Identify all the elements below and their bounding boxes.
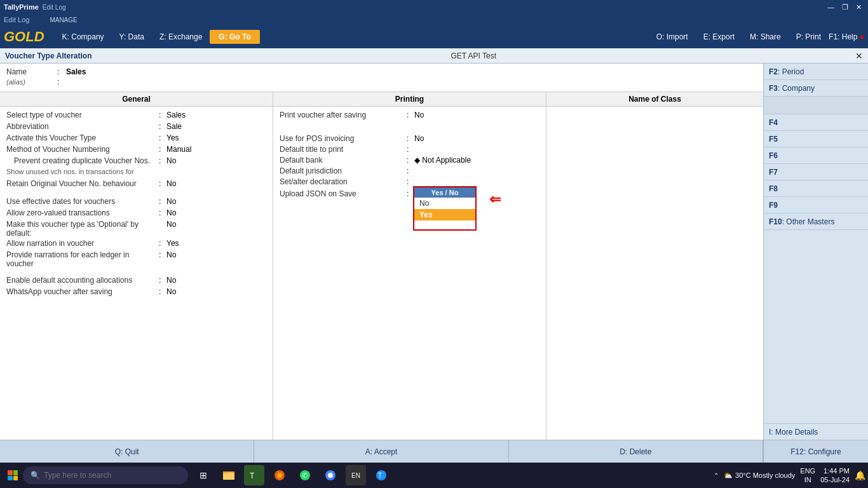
messenger-icon[interactable]: ✆: [295, 465, 315, 485]
field-optional: Make this voucher type as 'Optional' by …: [6, 220, 266, 238]
alias-row: (alias) :: [6, 78, 757, 86]
restore-button[interactable]: ❐: [839, 3, 851, 11]
weather-text: 30°C Mostly cloudy: [735, 471, 795, 479]
field-default-title: Default title to print :: [280, 145, 539, 154]
svg-text:EN: EN: [351, 472, 360, 479]
lang-text: ENG: [800, 466, 815, 475]
goto-btn[interactable]: G: Go To: [210, 30, 259, 44]
right-sidebar: F2: Period F3: Company F4 F5 F6 F7 F8 F9…: [763, 64, 868, 440]
field-narration: Allow narration in voucher : Yes: [6, 239, 266, 249]
field-narrations-ledger: Provide narrations for each ledger in vo…: [6, 250, 266, 268]
time-info: 1:44 PM 05-Jul-24: [820, 466, 850, 485]
field-accounting: Enable default accounting allocations : …: [6, 276, 266, 286]
svg-point-5: [277, 473, 282, 478]
svg-rect-2: [223, 471, 228, 473]
import-nav[interactable]: O: Import: [649, 30, 696, 44]
search-input[interactable]: [44, 471, 158, 480]
gold-label: GOLD: [4, 29, 44, 45]
firefox-icon[interactable]: [269, 465, 290, 485]
search-icon: 🔍: [31, 471, 40, 480]
field-activate: Activate this Voucher Type : Yes: [6, 133, 266, 144]
menu-edit-log[interactable]: Edit Log: [4, 16, 29, 24]
name-field-value[interactable]: Sales: [66, 67, 86, 76]
minimize-button[interactable]: —: [825, 3, 837, 11]
close-form-button[interactable]: ✕: [855, 51, 863, 61]
export-nav[interactable]: E: Export: [696, 30, 742, 44]
app-title: TallyPrime: [4, 3, 39, 11]
taskbar-search-box[interactable]: 🔍: [23, 466, 188, 484]
print-nav[interactable]: P: Print: [789, 30, 829, 44]
dropdown-empty: [414, 220, 475, 229]
menu-bar: Edit Log MANAGE: [0, 14, 868, 25]
sub-header: Voucher Type Alteration GET API Test ✕: [0, 48, 868, 64]
title-controls: — ❐ ✕: [825, 3, 864, 11]
app-subtitle: Edit Log: [43, 4, 66, 11]
company-nav[interactable]: K: Company: [55, 30, 112, 44]
sidebar-f6[interactable]: F6: [764, 147, 868, 164]
sidebar-f3[interactable]: F3: Company: [764, 80, 868, 97]
field-show-unused: Show unused vch nos. in transactions for: [6, 168, 266, 178]
field-pos-invoicing: Use for POS invoicing : No: [280, 134, 539, 143]
sidebar-f10[interactable]: F10: Other Masters: [764, 214, 868, 230]
col-general: General Select type of voucher : Sales A…: [0, 92, 273, 440]
title-bar: TallyPrime Edit Log — ❐ ✕: [0, 0, 868, 14]
weather-icon: ⛅: [724, 471, 733, 480]
action-bar: Q: Quit A: Accept D: Delete F12: Configu…: [0, 440, 868, 463]
app2-icon[interactable]: EN: [346, 465, 366, 485]
share-nav[interactable]: M: Share: [742, 30, 789, 44]
delete-button[interactable]: D: Delete: [509, 440, 763, 463]
sidebar-f2[interactable]: F2: Period: [764, 64, 868, 80]
exchange-nav[interactable]: Z: Exchange: [152, 30, 210, 44]
sidebar-f8[interactable]: F8: [764, 180, 868, 197]
svg-text:✆: ✆: [302, 471, 308, 479]
name-field-label: Name: [6, 67, 57, 76]
form-title: Voucher Type Alteration: [5, 51, 92, 60]
quit-button[interactable]: Q: Quit: [0, 440, 254, 463]
time-text: 1:44 PM: [820, 466, 850, 475]
sidebar-f5[interactable]: F5: [764, 131, 868, 147]
col-class: Name of Class: [546, 92, 763, 440]
help-nav[interactable]: F1: Help ●: [829, 32, 864, 41]
sidebar-f2-label: F2: Period: [769, 67, 804, 76]
dropdown-option-yes[interactable]: Yes: [414, 209, 475, 220]
general-header: General: [0, 92, 273, 107]
field-jurisdiction: Default jurisdiction :: [280, 166, 539, 175]
accept-button[interactable]: A: Accept: [254, 440, 508, 463]
title-bar-left: TallyPrime Edit Log: [4, 3, 66, 11]
chrome-icon[interactable]: [320, 465, 341, 485]
sidebar-f7[interactable]: F7: [764, 164, 868, 180]
taskbar-right: ⌃ ⛅ 30°C Mostly cloudy ENG IN 1:44 PM 05…: [714, 466, 865, 485]
field-retain-original: Retain Original Voucher No. behaviour : …: [6, 179, 266, 189]
svg-point-9: [328, 473, 333, 478]
task-view-icon[interactable]: ⊞: [193, 465, 214, 485]
system-tray: ⌃: [714, 472, 719, 479]
sidebar-f9[interactable]: F9: [764, 197, 868, 214]
alias-field-label: (alias): [6, 78, 57, 86]
sidebar-more-label: I: More Details: [769, 428, 818, 437]
field-numbering: Method of Voucher Numbering : Manual: [6, 145, 266, 155]
notification-icon[interactable]: 🔔: [855, 470, 865, 480]
taskbar: 🔍 ⊞ T ✆ EN T ⌃ ⛅ 30°C M: [0, 463, 868, 488]
dropdown-option-no[interactable]: No: [414, 198, 475, 209]
file-manager-icon[interactable]: [219, 465, 239, 485]
svg-text:T: T: [250, 471, 255, 480]
app1-icon[interactable]: T: [244, 465, 264, 485]
field-effective-dates: Use effective dates for vouchers : No: [6, 197, 266, 207]
api-title: GET API Test: [451, 51, 496, 60]
field-voucher-type: Select type of voucher : Sales: [6, 111, 266, 121]
class-header: Name of Class: [546, 92, 763, 107]
field-zero-valued: Allow zero-valued transactions : No: [6, 208, 266, 219]
close-button[interactable]: ✕: [853, 3, 864, 11]
sidebar-f5-label: F5: [769, 135, 778, 144]
start-button[interactable]: [3, 468, 23, 483]
app3-icon[interactable]: T: [371, 465, 391, 485]
field-abbreviation: Abbreviation : Sale: [6, 122, 266, 132]
printing-content: Print voucher after saving : No Use for …: [273, 107, 546, 205]
data-nav[interactable]: Y: Data: [112, 30, 152, 44]
tray-arrow[interactable]: ⌃: [714, 472, 719, 479]
general-content: Select type of voucher : Sales Abbreviat…: [0, 107, 273, 302]
sidebar-f4[interactable]: F4: [764, 114, 868, 131]
configure-button[interactable]: F12: Configure: [763, 440, 868, 463]
sidebar-more-details[interactable]: I: More Details: [764, 423, 868, 440]
yes-no-dropdown: Yes / No No Yes: [413, 186, 477, 231]
